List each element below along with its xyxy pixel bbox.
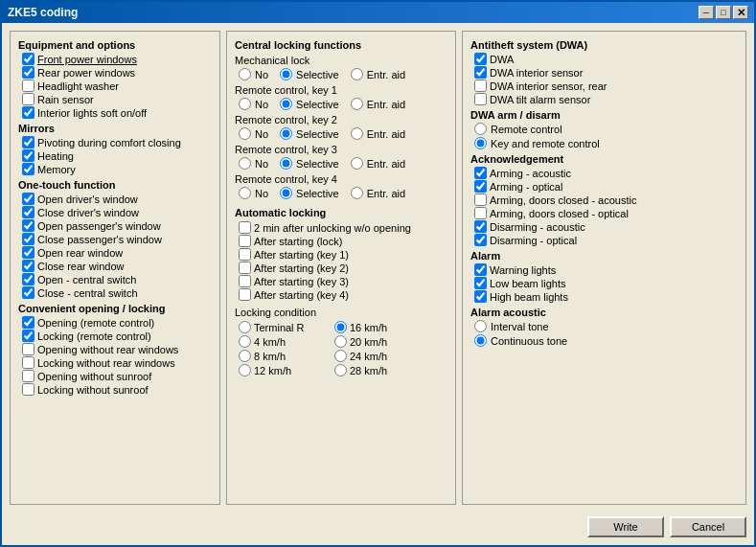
left-checkbox-0-2[interactable] [22,80,34,92]
list-item: DWA interior sensor, rear [470,80,738,92]
auto-lock-cb-4[interactable] [239,275,251,287]
left-label-2-1: Close driver's window [37,207,139,218]
left-checkbox-2-3[interactable] [22,233,34,245]
ack-cb-0[interactable] [474,167,487,179]
alarm-cb-0[interactable] [474,263,487,276]
locking-radio-4-1[interactable] [280,187,292,199]
left-checkbox-1-1[interactable] [22,149,34,162]
close-button[interactable]: ✕ [733,6,748,19]
left-checkbox-3-3[interactable] [22,356,34,369]
locking-cond-radio-3[interactable] [239,364,251,376]
list-item: Opening without sunroof [18,370,212,382]
left-checkbox-1-2[interactable] [22,163,34,175]
locking-group-radios-3: NoSelectiveEntr. aid [235,157,447,170]
left-checkbox-2-0[interactable] [22,193,34,205]
left-label-0-2: Headlight washer [37,80,119,92]
locking-radio-2-0[interactable] [239,127,251,140]
locking-radio-2-2[interactable] [351,127,363,140]
left-checkbox-2-7[interactable] [22,286,34,299]
locking-radio-2-1[interactable] [280,127,292,140]
auto-lock-cb-5[interactable] [239,288,251,301]
dwa-cb-2[interactable] [474,80,487,92]
locking-radio-1-1[interactable] [280,98,292,110]
list-item: Rear power windows [18,66,212,79]
left-checkbox-2-5[interactable] [22,260,34,272]
maximize-button[interactable]: □ [716,6,731,19]
locking-cond-radio-1[interactable] [239,335,251,348]
locking-radio-4-0[interactable] [239,187,251,199]
auto-lock-cb-2[interactable] [239,248,251,261]
list-item: Remote control [470,123,738,135]
ack-cb-4[interactable] [474,220,487,233]
alarm-acoustic-label-1: Continuous tone [491,335,567,347]
alarm-title: Alarm [470,250,738,262]
list-item: Locking without sunroof [18,383,212,396]
alarm-acoustic-radio-0[interactable] [474,320,487,332]
left-checkbox-3-0[interactable] [22,316,34,329]
left-checkbox-2-1[interactable] [22,206,34,218]
locking-radio-0-1[interactable] [280,68,292,80]
locking-cond-label-3: 12 km/h [254,365,291,376]
cancel-button[interactable]: Cancel [670,516,746,537]
dwa-cb-3[interactable] [474,93,487,105]
locking-cond-radio-4[interactable] [334,321,347,333]
locking-cond-label-6: 24 km/h [350,351,387,362]
left-checkbox-3-1[interactable] [22,330,34,342]
locking-cond-radio-7[interactable] [334,364,347,376]
dwa-cb-1[interactable] [474,66,487,79]
auto-lock-label-5: After starting (key 4) [254,289,349,301]
locking-radio-3-1[interactable] [280,157,292,170]
alarm-acoustic-radio-1[interactable] [474,334,487,347]
locking-cond-radio-0[interactable] [239,321,251,333]
alarm-cb-1[interactable] [474,277,487,289]
ack-cb-1[interactable] [474,180,487,193]
list-item: 8 km/h [239,350,334,362]
auto-lock-cb-0[interactable] [239,221,251,234]
left-checkbox-0-3[interactable] [22,93,34,105]
alarm-cb-2[interactable] [474,290,487,303]
ack-cb-3[interactable] [474,207,487,219]
locking-cond-radio-5[interactable] [334,335,347,348]
dwa-cb-0[interactable] [474,53,487,65]
arm-disarm-radio-1[interactable] [474,137,487,149]
minimize-button[interactable]: ─ [699,6,714,19]
locking-group-label-3: Remote control, key 3 [235,144,447,155]
ack-cb-2[interactable] [474,194,487,206]
arm-disarm-radio-0[interactable] [474,123,487,135]
left-checkbox-0-0[interactable] [22,53,34,65]
acknowledgement-title: Acknowledgement [470,153,738,165]
ack-label-0: Arming - acoustic [490,168,571,179]
locking-radio-3-0[interactable] [239,157,251,170]
locking-radio-1-0[interactable] [239,98,251,110]
locking-radio-4-2[interactable] [351,187,363,199]
left-checkbox-2-6[interactable] [22,273,34,285]
left-checkbox-0-4[interactable] [22,106,34,119]
left-checkbox-2-2[interactable] [22,219,34,232]
auto-lock-cb-1[interactable] [239,235,251,247]
dwa-label-1: DWA interior sensor [490,67,583,79]
locking-radio-label-1-2: Entr. aid [367,99,405,110]
left-checkbox-1-0[interactable] [22,136,34,148]
left-checkbox-3-4[interactable] [22,370,34,382]
locking-radio-label-3-1: Selective [296,158,339,170]
locking-radio-label-1-1: Selective [296,99,339,110]
auto-lock-cb-3[interactable] [239,262,251,274]
locking-group-radios-0: NoSelectiveEntr. aid [235,68,447,80]
middle-panel-title: Central locking functions [235,39,447,51]
left-checkbox-0-1[interactable] [22,66,34,79]
locking-cond-radio-2[interactable] [239,350,251,362]
list-item: Locking without rear windows [18,356,212,369]
locking-radio-0-0[interactable] [239,68,251,80]
left-checkbox-3-5[interactable] [22,383,34,396]
locking-cond-radio-6[interactable] [334,350,347,362]
left-checkbox-2-4[interactable] [22,246,34,259]
write-button[interactable]: Write [587,516,664,537]
locking-radio-3-2[interactable] [351,157,363,170]
left-checkbox-3-2[interactable] [22,343,34,355]
ack-cb-5[interactable] [474,234,487,246]
locking-radio-label-4-2: Entr. aid [367,188,405,199]
locking-radio-1-2[interactable] [351,98,363,110]
bottom-buttons: Write Cancel [2,513,754,545]
list-item: 16 km/h [334,321,411,333]
locking-radio-0-2[interactable] [351,68,363,80]
